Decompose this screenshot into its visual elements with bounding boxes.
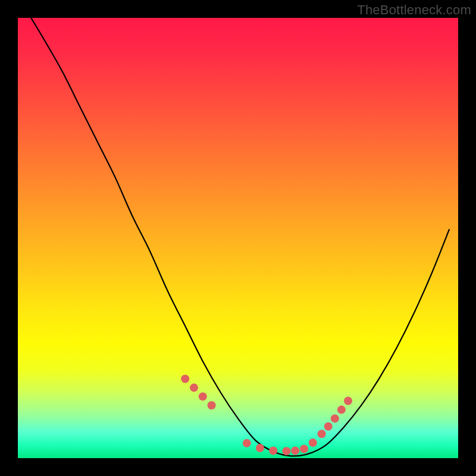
chart-stage: TheBottleneck.com [0, 0, 476, 476]
marker-dot [269, 446, 277, 455]
marker-dot [199, 392, 207, 400]
plot-area [18, 18, 458, 458]
marker-dot [337, 406, 346, 414]
marker-dot [291, 446, 299, 455]
curve-svg [18, 18, 458, 458]
marker-dot [181, 375, 189, 383]
marker-dot [309, 439, 317, 447]
marker-dot [331, 414, 339, 422]
marker-dot [324, 422, 333, 431]
marker-dot [282, 447, 290, 455]
watermark-text: TheBottleneck.com [357, 2, 471, 18]
highlight-markers [181, 375, 352, 455]
marker-dot [300, 444, 308, 453]
marker-dot [243, 439, 251, 447]
marker-dot [318, 430, 326, 438]
marker-dot [344, 397, 352, 405]
marker-dot [256, 444, 264, 452]
marker-dot [208, 401, 216, 409]
bottleneck-curve [31, 18, 449, 456]
marker-dot [190, 384, 198, 392]
